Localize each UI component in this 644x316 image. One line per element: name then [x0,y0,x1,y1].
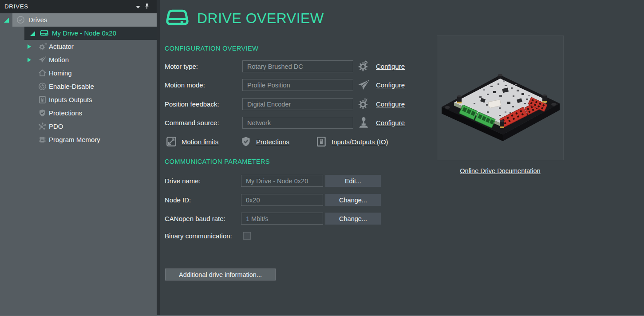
tree-item-pdo[interactable]: PDO [0,120,157,133]
drives-panel-title: DRIVES [4,0,28,13]
motion-mode-label: Motion mode: [165,79,205,91]
tree-item-my-drive[interactable]: My Drive - Node 0x20 [0,27,157,40]
motion-limits-link[interactable]: Motion limits [165,135,218,148]
inputs-outputs-link[interactable]: Inputs/Outputs (IO) [315,135,388,148]
communication-parameters-heading: COMMUNICATION PARAMETERS [165,158,270,165]
tree-item-homing[interactable]: Homing [0,67,157,80]
motion-mode-field[interactable] [242,79,353,91]
gear-icon [38,42,47,51]
power-icon [38,82,47,91]
paper-plane-icon [38,55,47,64]
drive-tuning-window: DRIVES Drives My Drive - Node 0x20 [0,0,644,316]
paper-plane-icon [357,78,371,92]
tree-item-label: Homing [49,67,72,80]
collapse-arrow-icon[interactable] [28,58,31,62]
binary-communication-checkbox[interactable] [243,232,251,240]
shield-icon [38,108,47,118]
tree-item-actuator[interactable]: Actuator [0,40,157,53]
baud-rate-label: CANopen baud rate: [165,213,225,225]
configure-motion-link[interactable]: Configure [376,79,405,91]
motion-limits-icon [165,135,178,148]
tree-item-motion[interactable]: Motion [0,53,157,67]
tree-item-label: PDO [49,120,63,133]
tree-item-program-memory[interactable]: Program Memory [0,133,157,146]
panel-splitter[interactable] [157,0,160,316]
caret-down-icon[interactable] [136,6,140,8]
pin-icon[interactable] [142,2,151,11]
command-source-label: Command source: [165,117,219,129]
node-id-row: Node ID: Change... [160,194,581,206]
tree-item-label: Drives [28,13,47,27]
drives-panel-header: DRIVES [0,0,157,13]
expand-arrow-icon[interactable] [4,18,9,23]
node-id-field[interactable] [241,194,323,206]
change-baud-rate-button[interactable]: Change... [325,213,381,225]
drive-icon [165,6,190,31]
page-title-row: DRIVE OVERVIEW [165,6,324,31]
page-title: DRIVE OVERVIEW [197,10,324,27]
additional-drive-information-button[interactable]: Additional drive information... [165,269,276,280]
tree-item-label: My Drive - Node 0x20 [52,27,116,40]
check-circle-icon [16,15,25,24]
tree-item-label: Protections [49,107,82,120]
motion-limits-link-label[interactable]: Motion limits [182,138,218,146]
motor-type-label: Motor type: [165,60,198,72]
edit-drive-name-button[interactable]: Edit... [325,175,381,187]
configure-motor-link[interactable]: Configure [376,60,405,72]
binary-communication-row: Binary communication: [160,231,581,241]
drive-photo-panel [437,36,564,160]
baud-rate-field[interactable] [241,213,323,225]
tree-item-label: Enable-Disable [49,80,94,93]
configuration-overview-heading: CONFIGURATION OVERVIEW [165,45,258,52]
change-node-id-button[interactable]: Change... [325,194,381,206]
tree-item-my-drive-highlight: My Drive - Node 0x20 [24,27,157,40]
inputs-outputs-link-label[interactable]: Inputs/Outputs (IO) [332,138,388,146]
drive-name-field[interactable] [241,175,323,187]
io-connector-icon [315,135,328,148]
tree-item-label: Actuator [49,40,74,53]
gear-icon [357,59,371,73]
protections-link[interactable]: Protections [240,135,289,148]
expand-arrow-icon[interactable] [30,31,35,36]
configure-command-source-link[interactable]: Configure [376,117,405,129]
collapse-arrow-icon[interactable] [28,44,31,49]
drive-name-row: Drive name: Edit... [160,175,581,187]
tree-item-inputs-outputs[interactable]: Inputs Outputs [0,93,157,107]
home-icon [38,68,47,78]
io-connector-icon [38,95,47,104]
tree-item-enable-disable[interactable]: Enable-Disable [0,80,157,93]
command-source-field[interactable] [242,117,353,129]
tree-item-label: Program Memory [49,133,100,146]
online-drive-documentation-link[interactable]: Online Drive Documentation [460,167,540,174]
gear-icon [357,97,371,111]
binary-communication-label: Binary communication: [165,231,232,241]
network-nodes-icon [38,122,47,131]
tree-item-label: Motion [49,53,69,67]
protections-link-label[interactable]: Protections [256,138,289,146]
joystick-icon [357,116,371,130]
drives-tree: Drives My Drive - Node 0x20 Actuator Mot… [0,13,157,146]
drive-board-image [437,36,563,160]
baud-rate-row: CANopen baud rate: Change... [160,213,581,225]
shield-icon [240,135,252,148]
configure-feedback-link[interactable]: Configure [376,98,405,110]
drive-overview-page: DRIVE OVERVIEW CONFIGURATION OVERVIEW Mo… [160,0,644,316]
position-feedback-field[interactable] [242,98,353,110]
memory-chip-icon [38,135,47,144]
tree-item-drives[interactable]: Drives [0,13,157,27]
tree-item-protections[interactable]: Protections [0,107,157,120]
tree-item-label: Inputs Outputs [49,93,92,107]
drives-panel: DRIVES Drives My Drive - Node 0x20 [0,0,157,316]
tree-item-drives-highlight: Drives [12,13,157,27]
node-id-label: Node ID: [165,194,191,206]
drive-icon [40,28,49,38]
drive-name-label: Drive name: [165,175,201,187]
position-feedback-label: Position feedback: [165,98,219,110]
motor-type-field[interactable] [242,60,353,72]
